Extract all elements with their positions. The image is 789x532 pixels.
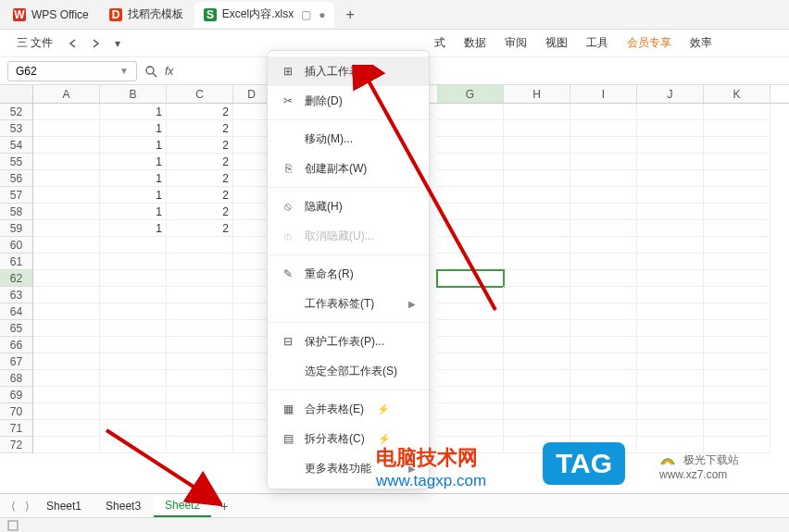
app-tab-docer[interactable]: D 找稻壳模板 bbox=[100, 2, 193, 28]
col-header[interactable]: D bbox=[233, 85, 270, 103]
cell[interactable] bbox=[504, 403, 570, 420]
cell[interactable] bbox=[504, 170, 570, 187]
cell[interactable] bbox=[570, 370, 637, 387]
cell[interactable]: 1 bbox=[100, 137, 167, 154]
cell[interactable] bbox=[504, 204, 570, 220]
col-header[interactable]: B bbox=[100, 85, 167, 103]
menu-item[interactable]: 数据 bbox=[455, 35, 495, 51]
cell[interactable] bbox=[233, 170, 270, 187]
row-header[interactable]: 65 bbox=[0, 320, 33, 337]
cell[interactable] bbox=[437, 387, 504, 403]
redo-button[interactable] bbox=[84, 32, 106, 55]
row-header[interactable]: 70 bbox=[0, 403, 33, 420]
cell[interactable] bbox=[167, 353, 233, 370]
row-header[interactable]: 68 bbox=[0, 370, 33, 387]
file-menu[interactable]: 三 文件 bbox=[7, 35, 62, 51]
cell[interactable] bbox=[504, 287, 570, 303]
cell[interactable] bbox=[100, 403, 167, 420]
cell[interactable] bbox=[504, 154, 570, 170]
context-menu-item[interactable]: ⊟保护工作表(P)... bbox=[268, 327, 429, 356]
cell[interactable] bbox=[637, 353, 704, 370]
tab-dot-icon[interactable]: ● bbox=[319, 8, 325, 21]
cell[interactable] bbox=[637, 187, 704, 204]
context-menu-item[interactable]: ✂删除(D) bbox=[268, 86, 429, 116]
row-header[interactable]: 66 bbox=[0, 337, 33, 353]
row-header[interactable]: 53 bbox=[0, 120, 33, 137]
cell[interactable] bbox=[233, 187, 270, 204]
cell[interactable] bbox=[33, 353, 100, 370]
menu-item[interactable]: 工具 bbox=[577, 35, 618, 51]
cell[interactable] bbox=[100, 353, 167, 370]
cell[interactable] bbox=[570, 120, 637, 137]
cell[interactable] bbox=[570, 353, 637, 370]
cell[interactable] bbox=[637, 303, 704, 320]
cell[interactable] bbox=[704, 437, 770, 453]
cell[interactable]: 1 bbox=[100, 154, 167, 170]
context-menu-item[interactable]: 选定全部工作表(S) bbox=[268, 356, 429, 386]
cell[interactable]: 2 bbox=[167, 104, 233, 120]
row-header[interactable]: 60 bbox=[0, 237, 33, 254]
cell[interactable] bbox=[437, 337, 504, 353]
cell[interactable] bbox=[570, 337, 637, 353]
cell[interactable] bbox=[704, 403, 770, 420]
menu-item-vip[interactable]: 会员专享 bbox=[618, 35, 681, 51]
cell[interactable] bbox=[704, 220, 770, 237]
sheet-tab[interactable]: Sheet3 bbox=[94, 496, 152, 516]
cell[interactable] bbox=[637, 387, 704, 403]
cell[interactable] bbox=[704, 204, 770, 220]
cell[interactable] bbox=[33, 403, 100, 420]
cell[interactable] bbox=[504, 137, 570, 154]
cell[interactable] bbox=[233, 270, 270, 287]
cell[interactable]: 1 bbox=[100, 204, 167, 220]
cell[interactable] bbox=[704, 154, 770, 170]
cell[interactable] bbox=[167, 337, 233, 353]
cell[interactable] bbox=[570, 254, 637, 270]
cell[interactable] bbox=[504, 270, 570, 287]
cell[interactable] bbox=[437, 287, 504, 303]
cell[interactable] bbox=[704, 254, 770, 270]
cell[interactable] bbox=[704, 303, 770, 320]
cell[interactable] bbox=[33, 254, 100, 270]
cell[interactable] bbox=[33, 387, 100, 403]
cell[interactable] bbox=[704, 104, 770, 120]
cell[interactable] bbox=[570, 170, 637, 187]
cell[interactable] bbox=[233, 254, 270, 270]
cell[interactable] bbox=[33, 270, 100, 287]
cell[interactable] bbox=[100, 387, 167, 403]
name-box[interactable]: G62 ▼ bbox=[7, 61, 137, 81]
cell[interactable] bbox=[704, 320, 770, 337]
row-header[interactable]: 58 bbox=[0, 204, 33, 220]
sheet-add-button[interactable]: + bbox=[213, 499, 235, 513]
cell[interactable] bbox=[570, 204, 637, 220]
cell[interactable] bbox=[437, 120, 504, 137]
cell[interactable] bbox=[233, 370, 270, 387]
app-tab-wps[interactable]: W WPS Office bbox=[4, 2, 98, 28]
cell[interactable] bbox=[100, 370, 167, 387]
row-header[interactable]: 52 bbox=[0, 104, 33, 120]
cell[interactable] bbox=[704, 187, 770, 204]
cell[interactable] bbox=[100, 254, 167, 270]
col-header[interactable]: A bbox=[33, 85, 100, 103]
cell[interactable]: 2 bbox=[167, 170, 233, 187]
sheet-nav-prev[interactable]: ⟨ bbox=[7, 500, 19, 513]
row-header[interactable]: 64 bbox=[0, 303, 33, 320]
search-icon[interactable] bbox=[144, 65, 157, 78]
cell[interactable] bbox=[437, 320, 504, 337]
cell[interactable] bbox=[437, 187, 504, 204]
cell[interactable] bbox=[100, 237, 167, 254]
cell[interactable] bbox=[504, 104, 570, 120]
cell[interactable] bbox=[504, 387, 570, 403]
cell[interactable] bbox=[570, 420, 637, 437]
cell[interactable] bbox=[33, 287, 100, 303]
cell[interactable] bbox=[233, 303, 270, 320]
cell[interactable]: 1 bbox=[100, 170, 167, 187]
cell[interactable]: 1 bbox=[100, 220, 167, 237]
cell[interactable] bbox=[100, 320, 167, 337]
cell[interactable] bbox=[167, 287, 233, 303]
cell[interactable] bbox=[704, 120, 770, 137]
cell[interactable] bbox=[33, 154, 100, 170]
cell[interactable] bbox=[637, 237, 704, 254]
cell[interactable] bbox=[637, 270, 704, 287]
cell[interactable] bbox=[570, 270, 637, 287]
cell[interactable] bbox=[233, 437, 270, 453]
